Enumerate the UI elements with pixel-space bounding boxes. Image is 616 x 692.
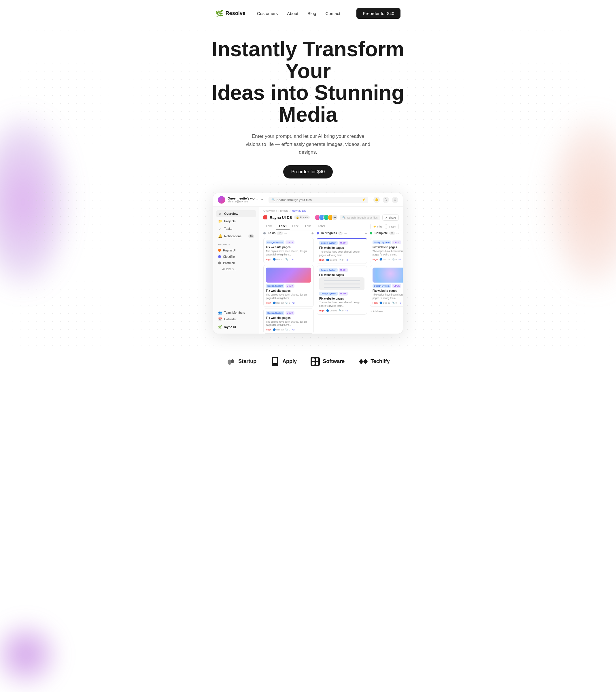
tab-0[interactable]: Label (263, 223, 276, 230)
brand-startup: Startup (226, 357, 257, 366)
tag-uiux: UI/UX (392, 284, 401, 288)
board-label-all: All labels... (218, 268, 236, 271)
card-title: Fix website pages (266, 316, 311, 319)
card-date: 🔵 Dec 02 (273, 329, 284, 331)
sidebar-main-nav: ⌂ Overview 📁 Projects ✓ Tasks (216, 210, 256, 240)
topbar-search[interactable]: 🔍 ⚡ (268, 197, 368, 203)
filter-button[interactable]: ⚡ Filter (370, 224, 386, 229)
card-tags: Design System UI/UX (319, 268, 365, 272)
breadcrumb: Overview / Projects / Raynau DS (259, 207, 403, 213)
project-search[interactable]: 🔍 Search through your files (340, 215, 380, 220)
tag-uiux2: UI/UX (339, 292, 348, 296)
project-header-right: +1 🔍 Search through your files ↗ Share (315, 214, 399, 221)
card-attach: 📎 0 (338, 259, 344, 261)
tab-4[interactable]: Label (315, 223, 328, 230)
sidebar-team-members[interactable]: 👥 Team Members (216, 310, 256, 316)
nav-link-contact[interactable]: Contact (325, 11, 340, 16)
col-title-todo: To do (268, 232, 276, 235)
sidebar-footer: 👥 Team Members 📅 Calendar 🌿 rayna ui (216, 307, 256, 330)
tag-uiux: UI/UX (286, 311, 294, 315)
svg-rect-3 (273, 358, 277, 363)
table-row[interactable]: Design System UI/UX Fix website pages De… (317, 266, 367, 315)
sort-icon: ↕ (389, 225, 390, 228)
col-title-inprogress: In progress (321, 232, 337, 235)
brand-techlify-label: Techlify (371, 358, 390, 364)
sidebar-calendar[interactable]: 📅 Calendar (216, 316, 256, 322)
tab-1[interactable]: Label (276, 223, 289, 230)
topbar-search-input[interactable] (277, 198, 360, 202)
table-row[interactable]: Design System UI/UX Fix website pages Th… (370, 265, 403, 307)
add-new-button[interactable]: + Add new (370, 309, 403, 314)
logo[interactable]: 🌿 Resolve (216, 10, 245, 17)
breadcrumb-sep1: / (276, 209, 277, 212)
timer-icon[interactable]: ⏱ (382, 197, 389, 203)
card-footer: High 🔵 Dec 02 📎 0 +2 (266, 258, 311, 261)
share-icon: ↗ (385, 216, 388, 219)
table-row[interactable]: Design System UI/UX Fix website pages Th… (263, 265, 314, 307)
card-desc: The copies have been shared, design page… (266, 293, 311, 300)
sidebar-logo-footer: 🌿 rayna ui (216, 323, 256, 330)
brand-techlify: Techlify (358, 357, 390, 366)
table-row[interactable]: Design System UI/UX Fix website pages Th… (263, 238, 314, 263)
svg-rect-4 (311, 357, 320, 366)
workspace-selector[interactable]: Queenneette's wor... alison.e@rayna.ui ▾ (218, 196, 263, 204)
hero-cta-button[interactable]: Preorder for $40 (283, 165, 333, 179)
col-menu-todo[interactable]: ··· (284, 231, 287, 235)
tag-design: Design System (373, 240, 391, 244)
tag-design: Design System (266, 240, 284, 244)
col-add-todo[interactable]: + (311, 231, 314, 235)
sort-button[interactable]: ↕ Sort (386, 224, 399, 229)
col-menu-complete[interactable]: ··· (396, 231, 399, 235)
notification-icon[interactable]: 🔔 (373, 197, 380, 203)
mockup-topbar: Queenneette's wor... alison.e@rayna.ui ▾… (213, 193, 403, 207)
breadcrumb-current: Raynau DS (292, 209, 306, 212)
notifications-icon: 🔔 (218, 234, 222, 238)
col-add-inprogress[interactable]: + (365, 231, 367, 235)
card-footer: High 🔵 Dec 02 📎 0 +2 (373, 301, 403, 304)
sidebar-item-projects[interactable]: 📁 Projects (216, 218, 256, 225)
table-row[interactable]: Design System UI/UX Fix website pages Th… (370, 238, 403, 263)
col-header-inprogress: In progress 3 ··· + (317, 230, 367, 236)
board-dot-rayna (218, 249, 221, 252)
nav-link-customers[interactable]: Customers (257, 11, 278, 16)
boards-section-label: Boards (218, 243, 254, 246)
sidebar-item-tasks[interactable]: ✓ Tasks (216, 225, 256, 232)
card-comments: +2 (292, 329, 294, 331)
col-menu-inprogress[interactable]: ··· (344, 231, 347, 235)
card-date: 🔵 Dec 02 (326, 309, 337, 312)
avatar-stack: +1 (315, 214, 338, 220)
board-postman[interactable]: Postman (216, 260, 256, 266)
nav-link-about[interactable]: About (287, 11, 298, 16)
card-image (373, 268, 403, 282)
sidebar-label-overview: Overview (224, 212, 238, 215)
board-all-labels[interactable]: All labels... (216, 267, 256, 272)
lock-icon: 🔒 (296, 216, 299, 219)
card-desc: The copies have been shared, design page… (319, 250, 365, 257)
project-visibility: 🔒 Private (294, 215, 310, 219)
brand-apply-label: Apply (282, 358, 297, 364)
breadcrumb-sep2: / (290, 209, 291, 212)
nav-cta-button[interactable]: Preorder for $40 (356, 8, 400, 19)
hero-title: Instantly Transform Your Ideas into Stun… (207, 38, 409, 125)
col-dot-complete (370, 232, 372, 234)
sidebar-item-overview[interactable]: ⌂ Overview (216, 210, 256, 217)
sidebar-item-notifications[interactable]: 🔔 Notifications 10 (216, 233, 256, 239)
board-cloudfile[interactable]: Cloudfile (216, 254, 256, 259)
card-footer: High 🔵 Dec 02 📎 0 +2 (373, 258, 403, 261)
workspace-name: Queenneette's wor... (227, 197, 259, 200)
tab-3[interactable]: Label (302, 223, 315, 230)
board-dot-cloudfile (218, 255, 221, 258)
table-row[interactable]: Design System UI/UX Fix website pages Th… (263, 309, 314, 334)
sidebar: ⌂ Overview 📁 Projects ✓ Tasks (213, 207, 259, 334)
card-date: 🔵 Dec 02 (273, 301, 284, 304)
board-rayna-ui[interactable]: Rayna UI (216, 247, 256, 253)
svg-point-1 (231, 359, 234, 363)
priority-badge: High (319, 309, 325, 312)
settings-icon[interactable]: ⚙ (392, 197, 398, 203)
share-button[interactable]: ↗ Share (382, 214, 399, 221)
nav-link-blog[interactable]: Blog (307, 11, 316, 16)
tab-2[interactable]: Label (290, 223, 302, 230)
card-tags: Design System UI/UX (266, 311, 311, 315)
table-row[interactable]: Design System UI/UX Fix website pages Th… (317, 238, 367, 264)
hero-subtitle: Enter your prompt, and let our AI bring … (245, 132, 371, 156)
